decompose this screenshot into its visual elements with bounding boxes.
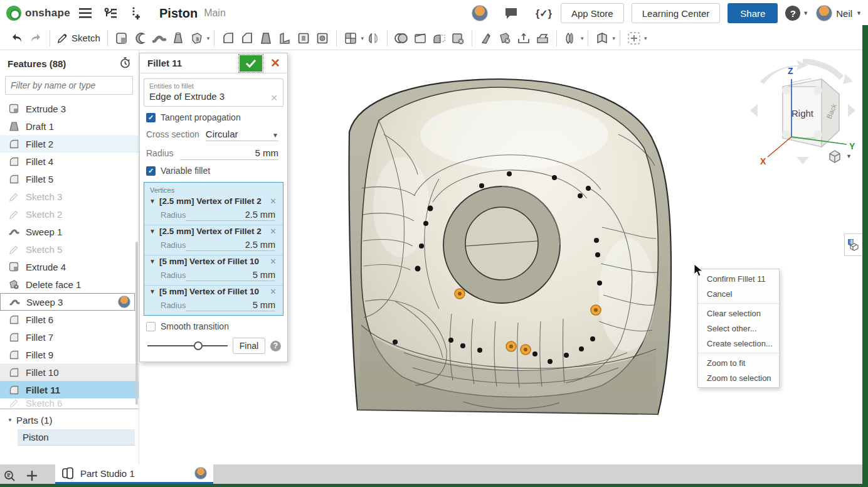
rib-icon[interactable] — [277, 30, 293, 46]
add-tab-icon[interactable] — [21, 466, 43, 485]
shell-icon[interactable] — [295, 30, 312, 46]
chevron-down-icon[interactable]: ▼ — [149, 228, 156, 235]
vertex-row[interactable]: ▼ [5 mm] Vertex of Fillet 10 ✕ Radius 5 … — [144, 255, 283, 285]
move-face-icon[interactable] — [478, 30, 494, 46]
share-button[interactable]: Share — [728, 3, 778, 23]
smooth-transition-row[interactable]: Smooth transition — [140, 316, 287, 331]
feature-item-fillet-5[interactable]: Fillet 5 — [0, 170, 139, 188]
extrude-icon[interactable] — [114, 30, 130, 46]
user-menu[interactable]: Neil ▼ — [816, 5, 862, 21]
loft-icon[interactable] — [170, 30, 186, 46]
rollback-bar[interactable] — [0, 409, 139, 409]
chevron-down-icon[interactable]: ▾ — [361, 35, 364, 41]
import-icon[interactable] — [534, 30, 551, 46]
history-icon[interactable] — [119, 56, 131, 71]
sheet-metal-icon[interactable] — [594, 30, 610, 46]
delete-part-icon[interactable] — [497, 30, 513, 46]
feature-item-delete-face-1[interactable]: Delete face 1 — [0, 276, 139, 293]
feature-item-extrude-3[interactable]: Extrude 3 — [0, 100, 139, 117]
vertex-radius-input[interactable]: 2.5 mm — [186, 240, 275, 251]
feature-item-sweep-1[interactable]: Sweep 1 — [0, 223, 139, 240]
remove-vertex-icon[interactable]: ✕ — [270, 257, 278, 266]
final-button[interactable]: Final — [233, 338, 265, 354]
entities-to-fillet-field[interactable]: Entities to fillet Edge of Extrude 3 ✕ — [144, 78, 283, 107]
part-item-piston[interactable]: Piston — [18, 429, 135, 446]
feature-item-extrude-4[interactable]: Extrude 4 — [0, 258, 139, 276]
feature-item-sketch-5[interactable]: Sketch 5 — [0, 240, 139, 258]
workspace-name[interactable]: Main — [204, 8, 226, 19]
draft-icon[interactable] — [258, 30, 274, 46]
feature-item-fillet-11[interactable]: Fillet 11 — [0, 381, 139, 399]
features-scrollbar[interactable] — [135, 242, 138, 405]
split-icon[interactable] — [412, 30, 428, 46]
variable-fillet-row[interactable]: ✓ Variable fillet — [140, 160, 287, 176]
chevron-down-icon[interactable]: ▾ — [581, 35, 584, 41]
vertex-row[interactable]: ▼ [5 mm] Vertex of Fillet 10 ✕ Radius 5 … — [144, 285, 283, 315]
boolean-icon[interactable] — [393, 30, 410, 46]
feature-item-sketch-3[interactable]: Sketch 3 — [0, 188, 139, 205]
vertex-radius-input[interactable]: 5 mm — [186, 300, 275, 311]
view-options-button[interactable]: ▼ — [827, 148, 852, 164]
feature-item-fillet-10[interactable]: Fillet 10 — [0, 363, 139, 381]
preview-slider[interactable] — [147, 341, 228, 350]
collaborator-avatar[interactable] — [472, 5, 488, 21]
mirror-icon[interactable] — [365, 30, 381, 46]
vertex-radius-input[interactable]: 2.5 mm — [186, 210, 275, 221]
modify-fillet-icon[interactable] — [431, 30, 447, 46]
tab-part-studio-1[interactable]: Part Studio 1 — [55, 464, 213, 484]
thicken-icon[interactable] — [189, 30, 205, 46]
main-menu-icon[interactable] — [77, 4, 95, 23]
vertex-row[interactable]: ▼ [2.5 mm] Vertex of Fillet 2 ✕ Radius 2… — [144, 195, 283, 225]
clear-entities-icon[interactable]: ✕ — [270, 93, 278, 103]
app-store-button[interactable]: App Store — [561, 3, 624, 23]
remove-vertex-icon[interactable]: ✕ — [270, 227, 278, 236]
feature-item-fillet-2[interactable]: Fillet 2 — [0, 135, 139, 153]
export-icon[interactable] — [516, 30, 532, 46]
sketch-button[interactable]: Sketch — [57, 33, 100, 43]
pattern-icon[interactable] — [342, 30, 359, 46]
custom-feature-icon[interactable] — [626, 30, 642, 46]
surface-icon[interactable] — [563, 30, 579, 46]
vertex-row[interactable]: ▼ [2.5 mm] Vertex of Fillet 2 ✕ Radius 2… — [144, 225, 283, 255]
revolve-icon[interactable] — [132, 30, 149, 46]
featurescript-icon[interactable]: {✓} — [534, 4, 553, 23]
chevron-down-icon[interactable]: ▾ — [612, 35, 615, 41]
tangent-propagation-row[interactable]: ✓ Tangent propagation — [140, 107, 287, 122]
menu-item-create-selection[interactable]: Create selection... — [698, 336, 779, 351]
chevron-down-icon[interactable]: ▾ — [207, 35, 210, 41]
chevron-down-icon[interactable]: ▾ — [644, 35, 647, 41]
parts-section-header[interactable]: ▼ Parts (1) — [0, 412, 139, 428]
feature-item-fillet-6[interactable]: Fillet 6 — [0, 311, 139, 328]
undo-icon[interactable] — [9, 30, 25, 46]
onshape-logo[interactable]: onshape — [6, 6, 70, 21]
redo-icon[interactable] — [28, 30, 44, 46]
search-tabs-icon[interactable] — [0, 466, 21, 485]
remove-vertex-icon[interactable]: ✕ — [270, 196, 278, 206]
menu-item-clear-selection[interactable]: Clear selection — [698, 306, 779, 321]
learning-center-button[interactable]: Learning Center — [632, 3, 721, 23]
menu-item-zoom-to-fit[interactable]: Zoom to fit — [698, 355, 779, 370]
chevron-down-icon[interactable]: ▼ — [149, 198, 156, 205]
versions-icon[interactable] — [102, 4, 120, 23]
feature-item-sketch-2[interactable]: Sketch 2 — [0, 205, 139, 223]
insert-element-icon[interactable] — [127, 4, 146, 23]
sweep-icon[interactable] — [151, 30, 167, 46]
hole-icon[interactable] — [314, 30, 331, 46]
checkbox-unchecked-icon[interactable] — [146, 322, 156, 331]
feature-item-sweep-3[interactable]: Sweep 3 — [0, 293, 135, 311]
cancel-button[interactable]: ✕ — [267, 55, 283, 72]
feature-item-fillet-4[interactable]: Fillet 4 — [0, 153, 139, 170]
feature-filter-input[interactable] — [5, 76, 133, 95]
feature-item-fillet-7[interactable]: Fillet 7 — [0, 328, 139, 346]
menu-item-select-other[interactable]: Select other... — [698, 321, 779, 336]
checkbox-checked-icon[interactable]: ✓ — [146, 166, 156, 176]
chevron-down-icon[interactable]: ▼ — [149, 288, 156, 295]
comments-icon[interactable] — [502, 4, 521, 23]
chamfer-icon[interactable] — [239, 30, 255, 46]
menu-item-cancel[interactable]: Cancel — [698, 286, 779, 301]
radius-input[interactable]: 5 mm — [180, 147, 278, 160]
feature-item-fillet-9[interactable]: Fillet 9 — [0, 346, 139, 363]
remove-vertex-icon[interactable]: ✕ — [270, 287, 278, 296]
menu-item-zoom-to-selection[interactable]: Zoom to selection — [698, 370, 779, 385]
vertex-radius-input[interactable]: 5 mm — [186, 270, 275, 281]
